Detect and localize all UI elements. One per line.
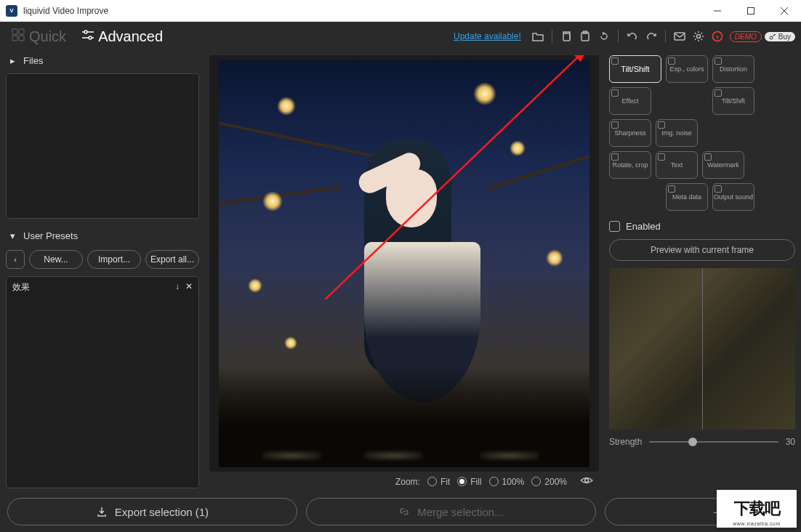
strength-value: 30	[786, 437, 795, 447]
preset-prev-button[interactable]: ‹	[6, 250, 25, 269]
effect-tile-text[interactable]: Text	[656, 151, 698, 179]
rotate-left-button[interactable]	[595, 27, 613, 46]
presets-label: User Presets	[23, 230, 78, 241]
slider-knob[interactable]	[688, 438, 697, 446]
copy-button[interactable]	[557, 27, 576, 46]
toolbar-separator	[552, 30, 552, 43]
effect-tile-outputsound[interactable]: Output sound	[712, 183, 754, 211]
export-icon	[96, 506, 108, 517]
strength-slider[interactable]	[649, 441, 778, 443]
merge-selection-button[interactable]: Merge selection...	[306, 498, 596, 525]
buy-label: Buy	[778, 33, 791, 41]
effect-tile-distortion[interactable]: Distortion	[712, 55, 754, 83]
svg-rect-5	[19, 29, 24, 34]
chevron-right-icon: ▸	[10, 55, 19, 66]
preset-download-icon[interactable]: ↓	[175, 281, 180, 291]
left-sidebar: ▸ Files ▾ User Presets ‹ New... Import..…	[0, 51, 205, 491]
tile-checkbox[interactable]	[715, 89, 722, 97]
svg-point-22	[585, 479, 589, 483]
toolbar-separator	[618, 30, 619, 43]
top-toolbar: Quick Advanced Update available! DEMO Bu…	[0, 22, 801, 51]
grid-icon	[12, 28, 25, 44]
effect-tile-watermark[interactable]: Watermark	[702, 151, 744, 179]
zoom-controls: Zoom: Fit Fill 100% 200%	[209, 472, 599, 487]
demo-badge: DEMO	[730, 31, 762, 42]
clipboard-button[interactable]	[576, 27, 595, 46]
effects-grid: Tilt/Shift Exp., colors Distortion Effec…	[609, 55, 795, 211]
mode-advanced-label: Advanced	[98, 28, 163, 45]
toolbar-separator	[665, 30, 666, 43]
tile-checkbox[interactable]	[668, 185, 675, 193]
files-drop-area[interactable]	[6, 73, 199, 219]
tile-checkbox[interactable]	[611, 153, 619, 161]
mail-button[interactable]	[670, 27, 689, 46]
sliders-icon	[81, 28, 94, 44]
link-icon	[398, 506, 410, 517]
undo-button[interactable]	[623, 27, 642, 46]
preview-canvas[interactable]	[209, 55, 599, 472]
enabled-checkbox[interactable]	[609, 221, 620, 232]
app-icon: V	[6, 5, 17, 17]
open-folder-button[interactable]	[528, 27, 547, 46]
preset-import-button[interactable]: Import...	[87, 250, 141, 269]
mode-advanced[interactable]: Advanced	[75, 25, 169, 48]
settings-button[interactable]	[689, 27, 708, 46]
tile-checkbox[interactable]	[704, 153, 712, 161]
maximize-button[interactable]	[734, 0, 768, 22]
zoom-fit[interactable]: Fit	[427, 477, 450, 487]
effect-tile-tiltshift-active[interactable]: Tilt/Shift	[609, 55, 661, 83]
preset-new-button[interactable]: New...	[29, 250, 83, 269]
mode-quick[interactable]: Quick	[6, 25, 72, 48]
redo-button[interactable]	[642, 27, 661, 46]
effect-tile-rotatecrop[interactable]: Rotate, crop	[609, 151, 651, 179]
window-title: liquivid Video Improve	[23, 6, 701, 16]
tile-checkbox[interactable]	[611, 89, 619, 97]
svg-rect-12	[563, 33, 570, 41]
tile-checkbox[interactable]	[658, 121, 665, 129]
zoom-200[interactable]: 200%	[531, 477, 567, 487]
effect-tile-metadata[interactable]: Meta data	[666, 183, 708, 211]
buy-button[interactable]: Buy	[765, 32, 795, 41]
files-header[interactable]: ▸ Files	[4, 51, 201, 70]
minimize-button[interactable]	[701, 0, 734, 22]
effect-tile-imgnoise[interactable]: Img. noise	[656, 119, 698, 147]
preset-export-button[interactable]: Export all...	[145, 250, 199, 269]
enabled-label: Enabled	[626, 221, 661, 232]
tile-checkbox[interactable]	[668, 57, 675, 65]
svg-rect-6	[12, 36, 17, 41]
mode-quick-label: Quick	[29, 28, 66, 45]
zoom-fill[interactable]: Fill	[457, 477, 481, 487]
effect-tile-expcolors[interactable]: Exp., colors	[666, 55, 708, 83]
close-button[interactable]	[768, 0, 801, 22]
bottom-bar: Export selection (1) Merge selection... …	[0, 491, 801, 532]
save-to-button[interactable]: → Save to...	[605, 498, 794, 525]
right-panel: Tilt/Shift Exp., colors Distortion Effec…	[603, 51, 801, 491]
tile-checkbox[interactable]	[658, 153, 665, 161]
effect-tile-sharpness[interactable]: Sharpness	[609, 119, 651, 147]
tile-checkbox[interactable]	[611, 57, 619, 65]
svg-rect-4	[12, 29, 17, 34]
svg-rect-7	[19, 36, 24, 41]
svg-rect-1	[748, 7, 754, 14]
tile-checkbox[interactable]	[611, 121, 619, 129]
presets-header[interactable]: ▾ User Presets	[4, 226, 201, 246]
chevron-down-icon: ▾	[10, 230, 19, 241]
tile-checkbox[interactable]	[715, 185, 722, 193]
window-titlebar: V liquivid Video Improve	[0, 0, 801, 22]
info-button[interactable]	[708, 27, 727, 46]
visibility-toggle[interactable]	[580, 476, 593, 487]
effect-preview-thumbnail	[609, 268, 795, 430]
effect-tile-tiltshift[interactable]: Tilt/Shift	[712, 87, 754, 115]
key-icon	[769, 33, 776, 40]
preset-delete-icon[interactable]: ✕	[185, 281, 193, 291]
preview-frame-button[interactable]: Preview with current frame	[609, 239, 795, 261]
effect-tile-effect[interactable]: Effect	[609, 87, 651, 115]
update-available-link[interactable]: Update available!	[454, 31, 521, 41]
zoom-100[interactable]: 100%	[489, 477, 525, 487]
files-label: Files	[23, 55, 43, 66]
preset-item[interactable]: 效果	[12, 281, 30, 294]
zoom-label: Zoom:	[395, 477, 420, 487]
preview-divider[interactable]	[702, 268, 703, 430]
tile-checkbox[interactable]	[715, 57, 722, 65]
export-selection-button[interactable]: Export selection (1)	[7, 498, 297, 525]
